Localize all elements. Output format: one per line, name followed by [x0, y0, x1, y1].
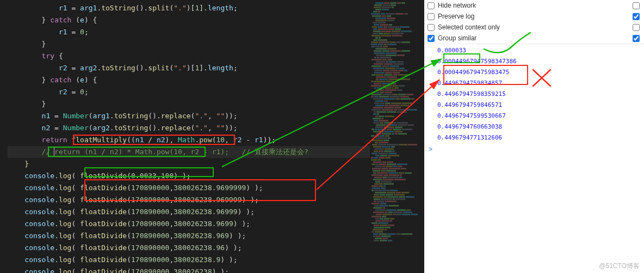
- console-output-line[interactable]: 0.00044967947598347386: [424, 56, 644, 67]
- option-text: Preserve log: [438, 13, 474, 20]
- code-line[interactable]: try {: [8, 50, 370, 62]
- console-options: Hide networkPreserve logSelected context…: [424, 0, 644, 44]
- code-line[interactable]: n1 = Number(arg1.toString().replace(".",…: [8, 110, 370, 122]
- option-label[interactable]: Hide network: [428, 2, 476, 9]
- option-checkbox[interactable]: [428, 13, 435, 20]
- code-line[interactable]: r1 = arg1.toString().split(".")[1].lengt…: [8, 2, 370, 14]
- option-right-checkbox[interactable]: [633, 24, 640, 31]
- option-text: Selected context only: [438, 23, 500, 31]
- code-line[interactable]: console.log( floatDivide(170890000,38002…: [8, 254, 370, 266]
- code-line[interactable]: return floatMultiply((n1 / n2), Math.pow…: [8, 134, 370, 146]
- option-text: Group similar: [438, 34, 476, 42]
- code-line[interactable]: } catch (e) {: [8, 14, 370, 26]
- console-output-line[interactable]: 0.4496794771312606: [424, 132, 644, 143]
- option-right-checkbox[interactable]: [633, 35, 640, 42]
- console-option: Preserve log: [424, 11, 644, 22]
- code-line[interactable]: } catch (e) {: [8, 74, 370, 86]
- option-text: Hide network: [438, 2, 476, 9]
- code-line[interactable]: }: [8, 158, 370, 170]
- code-line[interactable]: console.log( floatDivide(0.0033,100) );: [8, 170, 370, 182]
- option-label[interactable]: Group similar: [428, 34, 476, 42]
- code-line[interactable]: // return (n1 / n2) * Math.pow(10, r2 - …: [8, 146, 370, 158]
- option-right-checkbox[interactable]: [633, 2, 640, 9]
- devtools-console: Hide networkPreserve logSelected context…: [424, 0, 644, 273]
- code-line[interactable]: r2 = arg2.toString().split(".")[1].lengt…: [8, 62, 370, 74]
- code-line[interactable]: console.log( floatDivide(170890000,38002…: [8, 194, 370, 206]
- console-option: Group similar: [424, 33, 644, 44]
- option-checkbox[interactable]: [428, 2, 435, 9]
- console-output: 0.0000330.000449679475983473860.00044967…: [424, 44, 644, 144]
- code-line[interactable]: console.log( floatDivide(170890000,38002…: [8, 242, 370, 254]
- code-line[interactable]: r2 = 0;: [8, 86, 370, 98]
- code-editor[interactable]: r1 = arg1.toString().split(".")[1].lengt…: [0, 0, 370, 273]
- option-label[interactable]: Selected context only: [428, 23, 500, 31]
- code-line[interactable]: console.log( floatDivide(170890000,38002…: [8, 206, 370, 218]
- option-checkbox[interactable]: [428, 24, 435, 31]
- console-output-line[interactable]: 0.4496794759834857: [424, 78, 644, 89]
- console-output-line[interactable]: 0.44967947598359215: [424, 89, 644, 100]
- console-output-line[interactable]: 0.4496794759846571: [424, 100, 644, 111]
- minimap[interactable]: [370, 0, 424, 273]
- code-line[interactable]: }: [8, 38, 370, 50]
- console-output-line[interactable]: 0.44967947599530667: [424, 111, 644, 122]
- console-output-line[interactable]: 0.4496794760663038: [424, 122, 644, 132]
- option-label[interactable]: Preserve log: [428, 13, 474, 20]
- option-checkbox[interactable]: [428, 35, 435, 42]
- code-line[interactable]: console.log( floatDivide(170890000,38002…: [8, 182, 370, 194]
- code-line[interactable]: }: [8, 98, 370, 110]
- option-right-checkbox[interactable]: [633, 13, 640, 20]
- code-line[interactable]: console.log( floatDivide(170890000,38002…: [8, 218, 370, 230]
- watermark: @51CTO博客: [599, 262, 640, 271]
- console-option: Selected context only: [424, 22, 644, 33]
- console-output-line[interactable]: 0.000033: [424, 45, 644, 56]
- code-line[interactable]: console.log( floatDivide(170890000,38002…: [8, 266, 370, 273]
- code-line[interactable]: r1 = 0;: [8, 26, 370, 38]
- code-line[interactable]: n2 = Number(arg2.toString().replace(".",…: [8, 122, 370, 134]
- code-line[interactable]: console.log( floatDivide(170890000,38002…: [8, 230, 370, 242]
- console-option: Hide network: [424, 0, 644, 11]
- console-output-line[interactable]: 0.000449679475983475: [424, 67, 644, 78]
- console-prompt[interactable]: >: [424, 144, 644, 154]
